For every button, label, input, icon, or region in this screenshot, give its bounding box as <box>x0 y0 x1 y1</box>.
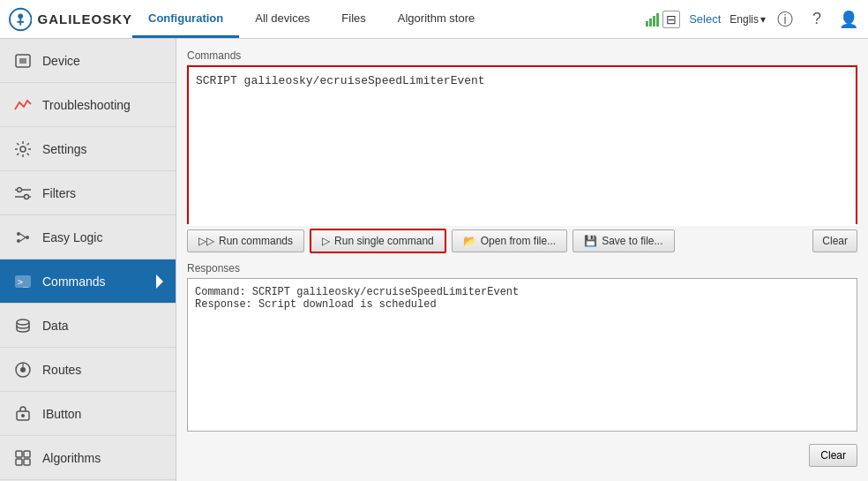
svg-line-17 <box>20 237 26 241</box>
info-icon[interactable]: ⓘ <box>774 9 796 30</box>
logo-icon <box>9 7 32 32</box>
svg-point-7 <box>18 187 22 192</box>
language-selector[interactable]: Englis ▾ <box>730 13 766 26</box>
commands-textarea-container <box>187 65 857 224</box>
clear-bottom-button[interactable]: Clear <box>809 444 857 467</box>
sidebar-item-settings[interactable]: Settings <box>0 127 176 171</box>
svg-point-13 <box>17 232 20 236</box>
svg-point-8 <box>25 194 29 199</box>
tab-all-devices[interactable]: All devices <box>239 0 326 38</box>
sidebar-label-routes: Routes <box>42 363 81 377</box>
responses-box: Command: SCRIPT galileosky/ecruiseSpeedL… <box>187 278 857 432</box>
svg-point-20 <box>17 319 29 325</box>
sidebar-label-algorithms: Algorithms <box>42 451 101 465</box>
svg-rect-27 <box>24 451 30 457</box>
troubleshooting-icon <box>12 94 34 116</box>
usb-indicator: ⊟ <box>646 11 680 28</box>
sidebar-label-filters: Filters <box>42 186 76 200</box>
tab-algorithm-store[interactable]: Algorithm store <box>382 0 490 38</box>
sidebar-item-algorithms[interactable]: Algorithms <box>0 436 176 480</box>
usb-signal-bars <box>646 12 659 26</box>
bar2 <box>649 19 652 26</box>
svg-rect-26 <box>16 451 22 457</box>
run-single-command-button[interactable]: ▷ Run single command <box>310 229 446 253</box>
sidebar: Device Troubleshooting Settings Filters <box>0 39 176 481</box>
svg-point-25 <box>21 414 25 417</box>
bar1 <box>646 21 648 26</box>
run-commands-button[interactable]: ▷▷ Run commands <box>187 229 304 252</box>
svg-text:>_: >_ <box>18 277 29 288</box>
filters-icon <box>12 183 34 204</box>
settings-icon <box>12 139 34 160</box>
sidebar-item-commands[interactable]: >_ Commands <box>0 259 176 304</box>
save-to-file-button[interactable]: 💾 Save to file... <box>572 229 674 252</box>
tab-configuration[interactable]: Configuration <box>132 0 239 38</box>
sidebar-label-data: Data <box>42 319 69 333</box>
svg-rect-29 <box>24 459 30 465</box>
bar3 <box>653 16 655 26</box>
sidebar-item-data[interactable]: Data <box>0 304 176 348</box>
responses-section: Responses Command: SCRIPT galileosky/ecr… <box>187 262 857 432</box>
sidebar-label-commands: Commands <box>42 274 106 289</box>
svg-point-14 <box>17 239 20 243</box>
commands-input[interactable] <box>189 67 856 226</box>
responses-label: Responses <box>187 262 857 274</box>
data-icon <box>12 315 34 336</box>
open-folder-icon: 📂 <box>463 235 476 247</box>
chevron-down-icon: ▾ <box>760 13 766 26</box>
run-single-icon: ▷ <box>322 235 330 247</box>
svg-line-16 <box>20 234 26 237</box>
main-layout: Device Troubleshooting Settings Filters <box>0 39 868 481</box>
algorithms-icon <box>12 447 34 469</box>
help-icon[interactable]: ? <box>806 9 827 30</box>
commands-section: Commands <box>187 49 857 220</box>
commands-icon: >_ <box>12 271 34 292</box>
clear-top-button[interactable]: Clear <box>812 229 857 252</box>
routes-icon <box>12 359 34 380</box>
svg-point-6 <box>20 147 26 152</box>
response-line-1: Command: SCRIPT galileosky/ecruiseSpeedL… <box>195 286 849 298</box>
header-icons: ⓘ ? 👤 <box>774 9 859 30</box>
sidebar-item-troubleshooting[interactable]: Troubleshooting <box>0 83 176 127</box>
bottom-bar: Clear <box>187 440 857 470</box>
svg-point-1 <box>18 13 23 19</box>
svg-rect-5 <box>19 58 26 64</box>
tab-files[interactable]: Files <box>326 0 381 38</box>
header: GALILEOSKY Configuration All devices Fil… <box>0 0 868 39</box>
sidebar-item-filters[interactable]: Filters <box>0 171 176 215</box>
sidebar-item-easy-logic[interactable]: Easy Logic <box>0 215 176 259</box>
svg-point-15 <box>26 236 29 239</box>
ibutton-icon <box>12 403 34 425</box>
sidebar-label-easy-logic: Easy Logic <box>42 230 102 244</box>
usb-icon: ⊟ <box>662 11 680 28</box>
logo: GALILEOSKY <box>9 7 132 32</box>
commands-label: Commands <box>187 49 857 62</box>
logo-text: GALILEOSKY <box>37 11 132 26</box>
sidebar-item-device[interactable]: Device <box>0 39 176 83</box>
sidebar-label-troubleshooting: Troubleshooting <box>42 98 131 112</box>
response-line-2: Response: Script download is scheduled <box>195 298 849 311</box>
tab-bar: Configuration All devices Files Algorith… <box>132 0 646 38</box>
sidebar-item-routes[interactable]: Routes <box>0 348 176 392</box>
button-bar: ▷▷ Run commands ▷ Run single command 📂 O… <box>187 229 857 253</box>
sidebar-item-ibutton[interactable]: IButton <box>0 392 176 436</box>
svg-rect-28 <box>16 459 22 465</box>
sidebar-active-arrow <box>156 274 163 289</box>
save-icon: 💾 <box>584 235 597 247</box>
user-icon[interactable]: 👤 <box>838 9 859 30</box>
sidebar-label-device: Device <box>42 54 80 68</box>
header-right: ⊟ Select Englis ▾ ⓘ ? 👤 <box>646 9 859 30</box>
bar4 <box>656 13 659 26</box>
device-icon <box>12 50 34 71</box>
select-link[interactable]: Select <box>689 12 721 26</box>
open-from-file-button[interactable]: 📂 Open from file... <box>452 229 567 252</box>
svg-point-22 <box>20 367 26 372</box>
easy-logic-icon <box>12 227 34 248</box>
sidebar-label-ibutton: IButton <box>42 407 81 421</box>
sidebar-label-settings: Settings <box>42 142 87 156</box>
run-commands-icon: ▷▷ <box>198 235 214 247</box>
content-area: Commands ▷▷ Run commands ▷ Run single co… <box>176 39 868 481</box>
